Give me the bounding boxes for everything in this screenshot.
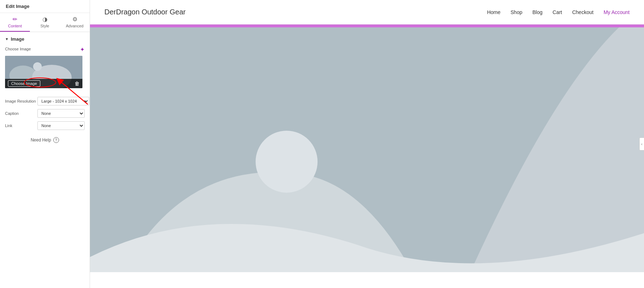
svg-point-5 bbox=[256, 131, 318, 193]
tab-advanced[interactable]: ⚙ Advanced bbox=[60, 13, 90, 32]
image-preview: Choose Image 🗑 bbox=[5, 56, 82, 88]
site-title: DerDragon Outdoor Gear bbox=[104, 8, 186, 16]
need-help[interactable]: Need Help ? bbox=[5, 137, 85, 143]
image-section-title: ▼ Image bbox=[5, 36, 85, 42]
tab-style-label: Style bbox=[40, 24, 49, 28]
top-nav: DerDragon Outdoor Gear Home Shop Blog Ca… bbox=[90, 0, 644, 24]
nav-blog[interactable]: Blog bbox=[532, 9, 542, 15]
link-label: Link bbox=[5, 123, 37, 128]
nav-checkout[interactable]: Checkout bbox=[572, 9, 593, 15]
tab-content[interactable]: ✏ Content bbox=[0, 13, 30, 32]
nav-my-account[interactable]: My Account bbox=[604, 9, 630, 15]
help-circle-icon: ? bbox=[53, 137, 59, 143]
caption-select[interactable]: None Attachment Caption Custom Caption bbox=[37, 109, 85, 118]
nav-shop[interactable]: Shop bbox=[510, 9, 522, 15]
caption-label: Caption bbox=[5, 111, 37, 116]
gear-icon: ⚙ bbox=[72, 16, 77, 23]
choose-image-label: Choose Image bbox=[5, 47, 31, 51]
choose-image-row: Choose Image ✦ bbox=[5, 46, 85, 53]
caption-row: Caption None Attachment Caption Custom C… bbox=[5, 109, 85, 118]
image-resolution-select[interactable]: Large - 1024 x 1024 Medium - 300 x 300 T… bbox=[37, 97, 89, 105]
canvas-area bbox=[90, 24, 644, 288]
image-resolution-row: Image Resolution Large - 1024 x 1024 Med… bbox=[5, 97, 85, 105]
tab-content-label: Content bbox=[8, 24, 22, 28]
collapse-handle[interactable]: ‹ bbox=[639, 138, 644, 150]
sidebar: Edit Image ✏ Content ◑ Style ⚙ Advanced … bbox=[0, 0, 90, 288]
pencil-icon: ✏ bbox=[13, 16, 17, 23]
main-content: DerDragon Outdoor Gear Home Shop Blog Ca… bbox=[90, 0, 644, 288]
delete-image-button[interactable]: 🗑 bbox=[75, 81, 80, 86]
nav-links: Home Shop Blog Cart Checkout My Account bbox=[487, 9, 630, 15]
sidebar-content: ▼ Image Choose Image ✦ Choose I bbox=[0, 32, 90, 288]
tab-style[interactable]: ◑ Style bbox=[30, 13, 60, 32]
section-title-text: Image bbox=[11, 36, 24, 42]
need-help-label: Need Help bbox=[31, 138, 51, 143]
tab-advanced-label: Advanced bbox=[66, 24, 84, 28]
circle-half-icon: ◑ bbox=[42, 16, 48, 23]
sidebar-tabs: ✏ Content ◑ Style ⚙ Advanced bbox=[0, 13, 90, 32]
image-preview-overlay: Choose Image 🗑 bbox=[5, 79, 82, 88]
choose-image-button[interactable]: Choose Image bbox=[8, 80, 40, 87]
collapse-arrow-icon: ▼ bbox=[5, 37, 9, 41]
link-select[interactable]: None Media File Custom URL bbox=[37, 121, 85, 130]
svg-point-3 bbox=[33, 62, 42, 71]
purple-top-bar bbox=[90, 24, 644, 27]
image-resolution-label: Image Resolution bbox=[5, 99, 37, 103]
nav-home[interactable]: Home bbox=[487, 9, 500, 15]
large-image-placeholder bbox=[90, 27, 644, 272]
link-row: Link None Media File Custom URL bbox=[5, 121, 85, 130]
sidebar-title: Edit Image bbox=[0, 0, 90, 13]
dynamic-tag-icon[interactable]: ✦ bbox=[80, 46, 85, 53]
nav-cart[interactable]: Cart bbox=[553, 9, 562, 15]
